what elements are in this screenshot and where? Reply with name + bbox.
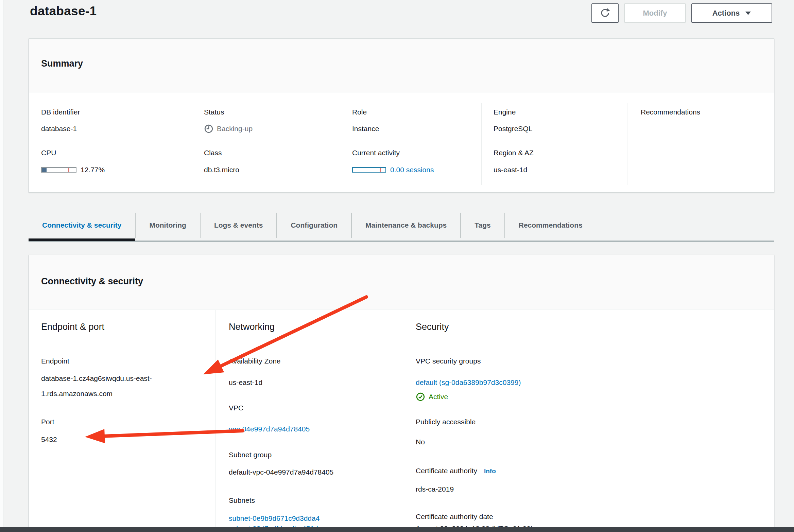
security-group-status: Active: [429, 392, 448, 402]
certificate-authority-label-text: Certificate authority: [416, 467, 477, 475]
endpoint-port-heading: Endpoint & port: [41, 322, 104, 332]
vpc-security-groups-label: VPC security groups: [416, 356, 481, 366]
recommendations-label: Recommendations: [641, 107, 700, 117]
status-value: Backing-up: [217, 124, 253, 134]
cpu-value-row: 12.77%: [41, 165, 105, 175]
security-group-status-row: Active: [416, 392, 448, 402]
availability-zone-label: Availability Zone: [229, 356, 281, 366]
db-identifier-label: DB identifier: [41, 107, 80, 117]
window-left-edge: [0, 0, 3, 532]
vpc-link[interactable]: vpc-04e997d7a94d78405: [229, 424, 310, 434]
role-value: Instance: [352, 124, 379, 134]
rds-instance-page: database-1 Modify Actions Summary DB ide…: [0, 0, 794, 532]
subnet-link-1[interactable]: subnet-0e9b9d671c9d3dda4: [229, 513, 320, 524]
class-label: Class: [204, 148, 222, 158]
current-activity-row: 0.00 sessions: [352, 165, 434, 175]
port-value: 5432: [41, 435, 57, 445]
tab-logs-events[interactable]: Logs & events: [200, 213, 277, 238]
tab-monitoring[interactable]: Monitoring: [135, 213, 200, 238]
vpc-label: VPC: [229, 403, 243, 413]
clock-icon: [204, 124, 213, 134]
region-az-value: us-east-1d: [494, 165, 527, 175]
subnet-group-value: default-vpc-04e997d7a94d78405: [229, 467, 333, 477]
summary-card-header: Summary: [29, 39, 774, 92]
networking-heading: Networking: [229, 322, 275, 332]
page-title: database-1: [30, 4, 97, 18]
subnet-group-label: Subnet group: [229, 450, 272, 460]
endpoint-value-line1: database-1.cz4ag6siwqdu.us-east-: [41, 373, 152, 384]
region-az-label: Region & AZ: [494, 148, 534, 158]
engine-value: PostgreSQL: [494, 124, 532, 134]
tab-tags[interactable]: Tags: [460, 213, 504, 238]
divider: [481, 103, 482, 185]
divider: [627, 103, 627, 185]
caret-down-icon: [745, 11, 751, 15]
refresh-button[interactable]: [591, 3, 619, 23]
port-label: Port: [41, 417, 54, 427]
check-circle-icon: [416, 392, 425, 402]
modify-button[interactable]: Modify: [624, 3, 686, 23]
detail-tabs: Connectivity & security Monitoring Logs …: [29, 213, 774, 242]
status-label: Status: [204, 107, 224, 117]
publicly-accessible-value: No: [416, 437, 425, 447]
current-activity-value[interactable]: 0.00 sessions: [390, 165, 434, 175]
divider: [340, 103, 340, 185]
actions-button-label: Actions: [712, 9, 740, 18]
certificate-authority-label: Certificate authorityInfo: [416, 466, 496, 476]
tab-configuration[interactable]: Configuration: [276, 213, 351, 238]
publicly-accessible-label: Publicly accessible: [416, 417, 476, 427]
cpu-usage-bar: [41, 167, 76, 173]
role-label: Role: [352, 107, 367, 117]
refresh-icon: [599, 7, 611, 19]
summary-card: Summary DB identifier database-1 CPU 12.…: [29, 38, 774, 193]
sessions-bar: [352, 167, 386, 173]
db-identifier-value: database-1: [41, 124, 77, 134]
endpoint-label: Endpoint: [41, 356, 69, 366]
tab-maintenance-backups[interactable]: Maintenance & backups: [351, 213, 460, 238]
divider: [215, 310, 216, 532]
cpu-value: 12.77%: [81, 165, 105, 175]
security-heading: Security: [416, 322, 449, 332]
subnets-label: Subnets: [229, 495, 255, 506]
endpoint-value-line2: 1.rds.amazonaws.com: [41, 389, 113, 399]
actions-button[interactable]: Actions: [691, 3, 772, 23]
connectivity-card-header: Connectivity & security: [29, 255, 774, 309]
availability-zone-value: us-east-1d: [229, 377, 262, 388]
status-value-row: Backing-up: [204, 124, 253, 134]
class-value: db.t3.micro: [204, 165, 239, 175]
tab-recommendations[interactable]: Recommendations: [504, 213, 596, 238]
window-bottom-bar: [0, 527, 794, 532]
certificate-authority-info-link[interactable]: Info: [484, 467, 496, 475]
tab-connectivity-security[interactable]: Connectivity & security: [29, 213, 135, 238]
cpu-label: CPU: [41, 148, 56, 158]
engine-label: Engine: [494, 107, 516, 117]
connectivity-security-card: Connectivity & security Endpoint & port …: [29, 255, 774, 532]
summary-title: Summary: [41, 58, 83, 69]
certificate-authority-value: rds-ca-2019: [416, 484, 454, 494]
divider: [192, 103, 192, 185]
connectivity-title: Connectivity & security: [41, 276, 143, 287]
certificate-authority-date-label: Certificate authority date: [416, 512, 493, 522]
current-activity-label: Current activity: [352, 148, 400, 158]
security-group-link[interactable]: default (sg-0da6389b97d3c0399): [416, 377, 521, 388]
divider: [394, 310, 394, 532]
